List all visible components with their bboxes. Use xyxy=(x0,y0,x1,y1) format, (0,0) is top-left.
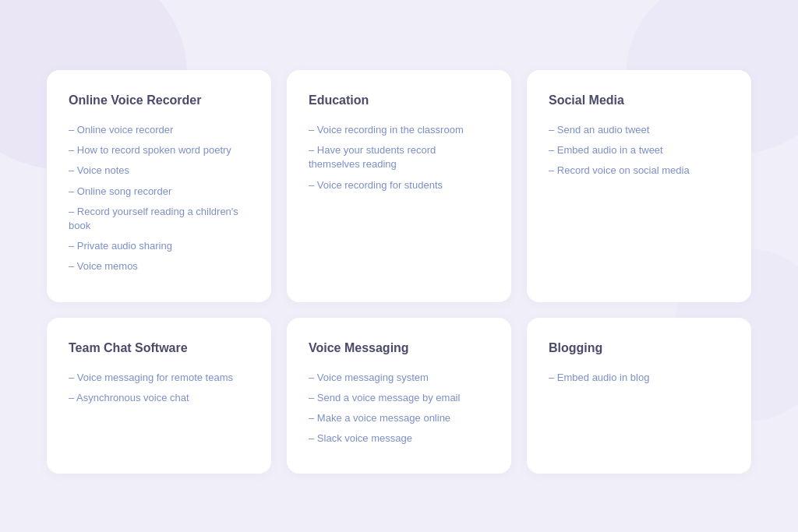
list-item: – Make a voice message online xyxy=(309,411,489,425)
list-item: – Asynchronous voice chat xyxy=(69,391,249,405)
card-list-education: – Voice recording in the classroom– Have… xyxy=(309,123,489,192)
card-title-social-media: Social Media xyxy=(549,93,729,107)
card-title-online-voice-recorder: Online Voice Recorder xyxy=(69,93,249,107)
list-item: – Record voice on social media xyxy=(549,164,729,178)
card-list-social-media: – Send an audio tweet– Embed audio in a … xyxy=(549,123,729,178)
page-wrapper: Online Voice Recorder– Online voice reco… xyxy=(0,0,798,532)
list-item: – Online song recorder xyxy=(69,185,249,199)
card-online-voice-recorder: Online Voice Recorder– Online voice reco… xyxy=(47,70,271,302)
list-item: – Send a voice message by email xyxy=(309,391,489,405)
cards-row-1: Online Voice Recorder– Online voice reco… xyxy=(47,70,751,302)
main-content: Online Voice Recorder– Online voice reco… xyxy=(0,0,798,505)
list-item: – How to record spoken word poetry xyxy=(69,143,249,157)
list-item: – Voice recording for students xyxy=(309,178,489,192)
list-item: – Voice memos xyxy=(69,259,249,273)
card-list-online-voice-recorder: – Online voice recorder– How to record s… xyxy=(69,123,249,274)
card-title-education: Education xyxy=(309,93,489,107)
list-item: – Embed audio in a tweet xyxy=(549,143,729,157)
list-item: – Voice messaging system xyxy=(309,371,489,385)
list-item: – Record yourself reading a children's b… xyxy=(69,205,249,233)
list-item: – Voice notes xyxy=(69,164,249,178)
card-social-media: Social Media– Send an audio tweet– Embed… xyxy=(527,70,751,302)
list-item: – Voice messaging for remote teams xyxy=(69,371,249,385)
card-title-voice-messaging: Voice Messaging xyxy=(309,341,489,355)
cards-row-2: Team Chat Software– Voice messaging for … xyxy=(47,318,751,474)
card-voice-messaging: Voice Messaging– Voice messaging system–… xyxy=(287,318,511,474)
list-item: – Slack voice message xyxy=(309,432,489,446)
card-list-blogging: – Embed audio in blog xyxy=(549,371,729,385)
card-title-blogging: Blogging xyxy=(549,341,729,355)
list-item: – Voice recording in the classroom xyxy=(309,123,489,137)
list-item: – Send an audio tweet xyxy=(549,123,729,137)
card-list-team-chat: – Voice messaging for remote teams– Asyn… xyxy=(69,371,249,405)
list-item: – Embed audio in blog xyxy=(549,371,729,385)
card-blogging: Blogging– Embed audio in blog xyxy=(527,318,751,474)
card-education: Education– Voice recording in the classr… xyxy=(287,70,511,302)
card-team-chat: Team Chat Software– Voice messaging for … xyxy=(47,318,271,474)
list-item: – Have your students record themselves r… xyxy=(309,143,489,171)
card-title-team-chat: Team Chat Software xyxy=(69,341,249,355)
card-list-voice-messaging: – Voice messaging system– Send a voice m… xyxy=(309,371,489,446)
list-item: – Online voice recorder xyxy=(69,123,249,137)
list-item: – Private audio sharing xyxy=(69,239,249,253)
